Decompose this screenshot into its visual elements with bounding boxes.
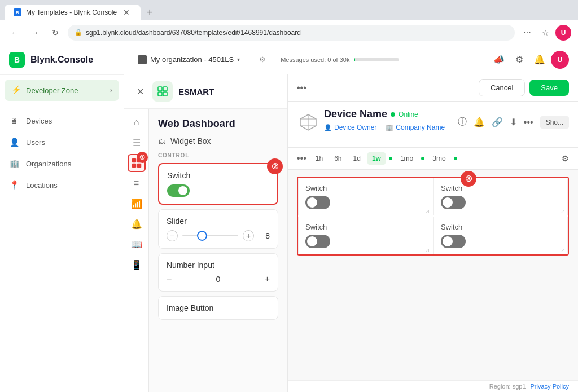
toggle-slider [167, 184, 190, 197]
slider-widget-controls: − + 8 [167, 230, 270, 241]
broadcast-icon[interactable]: 📣 [490, 51, 508, 69]
cast-icon[interactable]: ⋯ [519, 25, 535, 41]
hamburger-icon-btn[interactable]: ☰ [128, 134, 146, 152]
time-dot-2 [421, 157, 424, 160]
new-tab-button[interactable]: + [142, 5, 157, 20]
image-button-widget-card[interactable]: Image Button [158, 296, 278, 320]
cancel-button[interactable]: Cancel [479, 79, 525, 96]
wifi-icon-btn[interactable]: 📶 [128, 195, 146, 213]
tab-close-button[interactable]: ✕ [121, 7, 132, 17]
refresh-button[interactable]: ↻ [47, 25, 63, 41]
settings-gear-icon[interactable]: ⚙ [510, 51, 528, 69]
org-icon [138, 55, 147, 64]
switch-widget-card[interactable]: ② Switch [158, 163, 278, 205]
list-icon-btn[interactable]: ≡ [128, 174, 146, 192]
phone-icon-btn[interactable]: 📱 [128, 256, 146, 274]
close-button[interactable]: ✕ [133, 85, 147, 98]
region-label: Region: sgp1 [489, 383, 526, 390]
grid-toggle-1[interactable] [305, 196, 330, 209]
sidebar-item-locations[interactable]: 📍 Locations [0, 174, 124, 196]
users-icon: 👤 [9, 137, 19, 147]
bell-device-icon[interactable]: 🔔 [474, 117, 485, 127]
svg-rect-4 [132, 158, 136, 162]
active-tab[interactable]: B My Templates - Blynk.Console ✕ [5, 5, 141, 20]
slider-track[interactable] [182, 235, 238, 236]
timeline-more[interactable]: ••• [297, 153, 306, 164]
tab-bar: B My Templates - Blynk.Console ✕ + [0, 0, 578, 20]
time-1w-button[interactable]: 1w [367, 152, 386, 165]
settings-button[interactable]: ⚙ [253, 51, 272, 69]
number-decrease-button[interactable]: − [167, 274, 172, 284]
forward-button[interactable]: → [27, 25, 43, 41]
device-title-row: Device Name Online 👤 Device Owner [297, 108, 569, 136]
download-icon[interactable]: ⬇ [510, 117, 517, 127]
save-button[interactable]: Save [529, 80, 569, 96]
logo-text: Blynk.Console [30, 55, 93, 65]
grid-widget-2[interactable]: Switch ⊿ [434, 178, 568, 215]
share-device-icon[interactable]: 🔗 [492, 117, 503, 127]
time-1mo-button[interactable]: 1mo [396, 152, 418, 165]
address-bar[interactable]: 🔒 sgp1.blynk.cloud/dashboard/637080/temp… [68, 25, 515, 41]
profile-avatar[interactable]: U [555, 25, 571, 41]
bookmark-icon[interactable]: ☆ [537, 25, 553, 41]
slider-increase-button[interactable]: + [243, 230, 254, 241]
more-options-button[interactable]: ••• [297, 83, 306, 93]
resize-handle-4[interactable]: ⊿ [561, 247, 566, 253]
user-avatar[interactable]: U [551, 51, 569, 69]
resize-handle-3[interactable]: ⊿ [425, 247, 431, 253]
grid-widget-4[interactable]: Switch ⊿ [434, 217, 568, 254]
bell-icon[interactable]: 🔔 [531, 51, 549, 69]
grid-widget-1[interactable]: Switch ⊿ [298, 178, 432, 215]
widget-box-icon: 🗂 [158, 136, 166, 146]
home-icon-btn[interactable]: ⌂ [128, 113, 146, 131]
switch-toggle[interactable] [167, 184, 190, 197]
time-1d-button[interactable]: 1d [349, 152, 365, 165]
number-increase-button[interactable]: + [265, 274, 270, 284]
sidebar: B Blynk.Console ⚡ Developer Zone › 🖥 Dev… [0, 45, 124, 392]
org-selector[interactable]: My organization - 4501LS ▾ [133, 53, 244, 67]
slider-widget-card[interactable]: Slider − + 8 [158, 209, 278, 249]
tab-title: My Templates - Blynk.Console [26, 8, 117, 16]
filter-icon[interactable]: ⚙ [562, 154, 569, 163]
device-owner-link[interactable]: 👤 Device Owner [324, 124, 376, 131]
slider-thumb[interactable] [197, 231, 207, 241]
svg-rect-0 [158, 87, 162, 91]
info-icon[interactable]: ⓘ [458, 116, 467, 128]
show-button[interactable]: Sho... [540, 116, 569, 129]
locations-icon: 📍 [9, 180, 19, 190]
resize-handle-2[interactable]: ⊿ [561, 208, 566, 214]
time-6h-button[interactable]: 6h [330, 152, 346, 165]
grid-toggle-2[interactable] [441, 196, 466, 209]
online-label: Online [399, 111, 418, 118]
messages-bar-fill [354, 58, 355, 61]
bell-icon-btn[interactable]: 🔔 [128, 215, 146, 233]
slider-decrease-button[interactable]: − [167, 230, 178, 241]
control-section-label: CONTROL [158, 152, 278, 158]
widget-icon-btn[interactable]: ① [128, 154, 146, 172]
sidebar-item-organizations[interactable]: 🏢 Organizations [0, 153, 124, 174]
grid-toggle-3[interactable] [305, 235, 330, 248]
developer-zone-item[interactable]: ⚡ Developer Zone › [5, 80, 119, 101]
lock-icon: 🔒 [75, 29, 82, 36]
sidebar-devices-label: Devices [26, 117, 52, 125]
sidebar-users-label: Users [26, 138, 45, 147]
number-value: 0 [176, 275, 260, 284]
time-1h-button[interactable]: 1h [311, 152, 327, 165]
footer: Region: sgp1 Privacy Policy [288, 380, 578, 392]
book-icon-btn[interactable]: 📖 [128, 235, 146, 253]
image-button-label: Image Button [167, 303, 270, 312]
web-dashboard-title: Web Dashboard [158, 118, 278, 130]
sidebar-item-devices[interactable]: 🖥 Devices [0, 110, 124, 131]
grid-toggle-4[interactable] [441, 235, 466, 248]
sidebar-item-users[interactable]: 👤 Users [0, 131, 124, 153]
left-panel-header: ✕ ESMART [124, 74, 287, 109]
number-input-widget-card[interactable]: Number Input − 0 + [158, 253, 278, 292]
time-3mo-button[interactable]: 3mo [428, 152, 450, 165]
company-name-link[interactable]: 🏢 Company Name [386, 124, 445, 131]
grid-widget-3[interactable]: Switch ⊿ [298, 217, 432, 254]
step-badge-1: ① [137, 152, 148, 163]
more-device-icon[interactable]: ••• [524, 117, 533, 127]
back-button[interactable]: ← [7, 25, 23, 41]
resize-handle-1[interactable]: ⊿ [425, 208, 431, 214]
privacy-policy-link[interactable]: Privacy Policy [531, 383, 569, 390]
